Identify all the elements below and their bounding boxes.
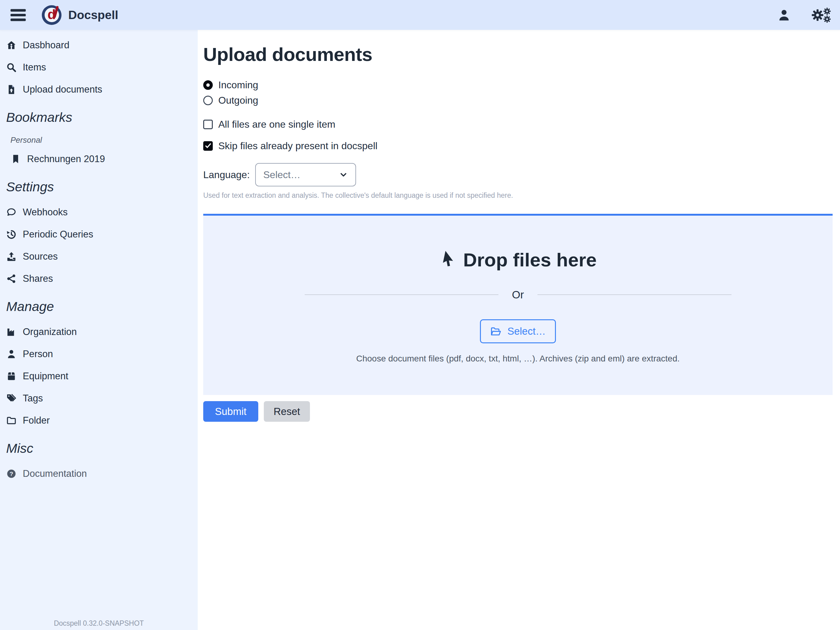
app-logo-home-link[interactable]: d Docspell <box>42 5 118 25</box>
radio-label: Outgoing <box>218 95 258 106</box>
share-nodes-icon <box>6 274 17 284</box>
language-help-text: Used for text extraction and analysis. T… <box>203 192 833 199</box>
search-icon <box>6 62 17 73</box>
svg-text:?: ? <box>9 471 13 477</box>
settings-gears-icon[interactable] <box>810 7 832 23</box>
checkbox-checked-icon[interactable] <box>203 141 213 151</box>
comment-icon <box>6 207 17 217</box>
sidebar-item-label: Webhooks <box>23 207 68 218</box>
dropzone-title-row: Drop files here <box>439 249 597 271</box>
radio-unselected-icon[interactable] <box>203 96 213 105</box>
sidebar: Dasbhoard Items Upload documents Bookmar… <box>0 30 198 630</box>
sidebar-item-upload-documents[interactable]: Upload documents <box>6 82 192 97</box>
person-icon <box>6 349 17 359</box>
sidebar-item-sources[interactable]: Sources <box>6 249 192 264</box>
select-files-button[interactable]: Select… <box>480 319 556 343</box>
sidebar-item-tags[interactable]: Tags <box>6 391 192 406</box>
check-icon <box>204 142 212 149</box>
file-dropzone[interactable]: Drop files here Or Select… Choose docume… <box>203 214 833 395</box>
radio-selected-icon[interactable] <box>203 80 213 90</box>
main-content: Upload documents Incoming Outgoing All f… <box>198 30 840 630</box>
sidebar-item-label: Documentation <box>23 468 87 479</box>
menu-icon[interactable] <box>10 8 27 22</box>
sidebar-item-documentation[interactable]: ? Documentation <box>6 466 192 481</box>
history-icon <box>6 229 17 240</box>
language-select-value: Select… <box>263 169 300 180</box>
box-icon <box>6 371 17 381</box>
language-label: Language: <box>203 169 249 180</box>
page-title: Upload documents <box>203 43 833 65</box>
top-navbar: d Docspell <box>0 0 840 30</box>
checkbox-label: All files are one single item <box>218 119 335 130</box>
checkbox-unchecked-icon[interactable] <box>203 120 213 129</box>
checkbox-label: Skip files already present in docspell <box>218 140 377 152</box>
sidebar-item-items[interactable]: Items <box>6 60 192 75</box>
radio-label: Incoming <box>218 79 258 91</box>
sidebar-item-label: Shares <box>23 273 53 284</box>
docspell-logo-icon: d <box>42 5 62 25</box>
bookmark-group-label: Personal <box>11 135 192 145</box>
sidebar-item-dashboard[interactable]: Dasbhoard <box>6 38 192 52</box>
home-icon <box>6 40 17 51</box>
sidebar-section-bookmarks: Bookmarks <box>6 110 192 125</box>
sidebar-item-label: Tags <box>23 393 43 404</box>
checkbox-single-item[interactable]: All files are one single item <box>203 118 833 130</box>
upload-icon <box>6 251 17 262</box>
checkbox-skip-duplicates[interactable]: Skip files already present in docspell <box>203 140 833 152</box>
folder-open-icon <box>490 326 502 337</box>
select-files-label: Select… <box>507 326 546 337</box>
sidebar-item-label: Organization <box>23 326 77 337</box>
sidebar-item-periodic-queries[interactable]: Periodic Queries <box>6 227 192 242</box>
sidebar-section-misc: Misc <box>6 441 192 456</box>
dropzone-description: Choose document files (pdf, docx, txt, h… <box>356 354 680 364</box>
question-circle-icon: ? <box>6 469 17 479</box>
radio-outgoing[interactable]: Outgoing <box>203 94 833 106</box>
sidebar-item-label: Folder <box>23 415 50 426</box>
sidebar-item-label: Upload documents <box>23 84 103 95</box>
sidebar-item-webhooks[interactable]: Webhooks <box>6 205 192 220</box>
radio-incoming[interactable]: Incoming <box>203 79 833 91</box>
user-account-icon[interactable] <box>777 8 791 22</box>
reset-button[interactable]: Reset <box>264 401 310 422</box>
sidebar-section-manage: Manage <box>6 299 192 314</box>
or-divider: Or <box>305 288 731 301</box>
sidebar-item-label: Person <box>23 348 53 359</box>
dropzone-title: Drop files here <box>463 249 597 271</box>
industry-icon <box>6 327 17 337</box>
sidebar-section-settings: Settings <box>6 179 192 195</box>
sidebar-item-folder[interactable]: Folder <box>6 413 192 428</box>
sidebar-item-organization[interactable]: Organization <box>6 324 192 339</box>
arrow-pointer-icon <box>439 250 456 269</box>
app-title: Docspell <box>68 8 118 22</box>
sidebar-item-shares[interactable]: Shares <box>6 271 192 286</box>
or-label: Or <box>512 288 524 301</box>
sidebar-item-label: Items <box>23 62 46 73</box>
folder-icon <box>6 415 17 426</box>
sidebar-item-person[interactable]: Person <box>6 347 192 361</box>
sidebar-item-label: Rechnungen 2019 <box>27 154 105 165</box>
chevron-down-icon <box>339 170 348 179</box>
sidebar-item-label: Equipment <box>23 371 68 382</box>
sidebar-item-equipment[interactable]: Equipment <box>6 369 192 384</box>
sidebar-item-bookmark-rechnungen-2019[interactable]: Rechnungen 2019 <box>11 152 192 166</box>
file-upload-icon <box>6 84 17 95</box>
sidebar-item-label: Sources <box>23 251 58 262</box>
divider-line <box>537 294 731 295</box>
submit-button[interactable]: Submit <box>203 401 258 422</box>
divider-line <box>305 294 499 295</box>
app-version: Docspell 0.32.0-SNAPSHOT <box>0 619 198 628</box>
language-select[interactable]: Select… <box>255 163 356 187</box>
tags-icon <box>6 393 17 404</box>
bookmark-icon <box>11 154 21 164</box>
sidebar-item-label: Periodic Queries <box>23 229 93 240</box>
sidebar-item-label: Dasbhoard <box>23 40 69 51</box>
